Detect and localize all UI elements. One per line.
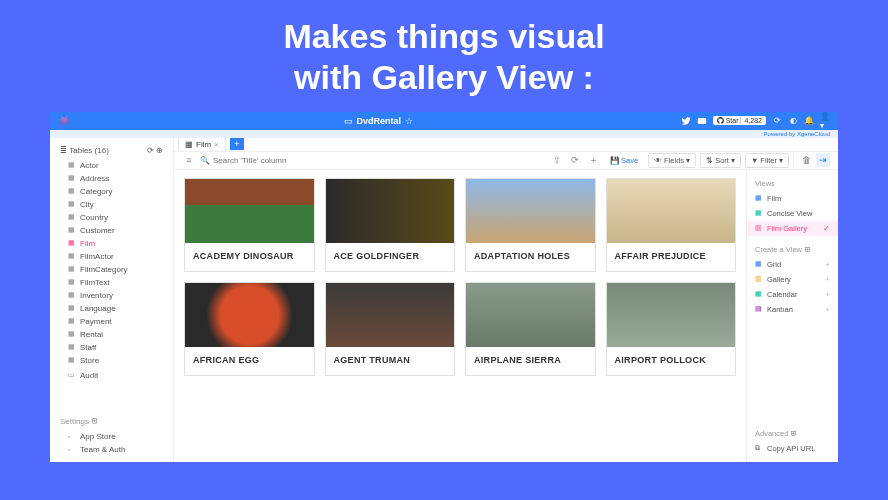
search-box[interactable]: 🔍 — [200, 156, 323, 165]
create-view-item[interactable]: ▦Calendar+ — [747, 287, 838, 302]
project-title: ▭ DvdRental ☆ — [76, 116, 681, 126]
table-icon: ▦ — [68, 317, 76, 325]
table-icon: ▦ — [68, 278, 76, 286]
table-icon: ▦ — [68, 187, 76, 195]
plus-icon[interactable]: + — [825, 290, 830, 299]
sidebar-item-country[interactable]: ▦Country — [50, 211, 173, 224]
card-image — [326, 283, 455, 347]
sidebar-item-filmactor[interactable]: ▦FilmActor — [50, 250, 173, 263]
plus-icon[interactable]: + — [825, 260, 830, 269]
table-icon: ▦ — [68, 174, 76, 182]
user-icon[interactable]: 👤▾ — [820, 116, 830, 126]
app-logo-icon[interactable]: 👾 — [58, 115, 70, 126]
sidebar-item-language[interactable]: ▦Language — [50, 302, 173, 315]
gallery-card[interactable]: ACADEMY DINOSAUR — [184, 178, 315, 272]
gallery-card[interactable]: AFRICAN EGG — [184, 282, 315, 376]
filter-button[interactable]: ▼ Filter ▾ — [745, 153, 789, 168]
sidebar-item-filmtext[interactable]: ▦FilmText — [50, 276, 173, 289]
gallery-card[interactable]: AFFAIR PREJUDICE — [606, 178, 737, 272]
tab-film[interactable]: ▦ Film × — [178, 138, 226, 152]
create-view-item[interactable]: ▦Grid+ — [747, 257, 838, 272]
search-icon: 🔍 — [200, 156, 210, 165]
table-icon: ▦ — [68, 161, 76, 169]
close-icon[interactable]: × — [214, 140, 219, 149]
fields-button[interactable]: 👁 Fields ▾ — [648, 153, 696, 168]
sidebar-item-city[interactable]: ▦City — [50, 198, 173, 211]
left-sidebar: ≣ Tables (16) ⟳ ⊕ ▦Actor▦Address▦Categor… — [50, 138, 174, 462]
plus-icon[interactable]: + — [825, 275, 830, 284]
create-view-item[interactable]: ▤Kanban+ — [747, 302, 838, 317]
app-window: 👾 ▭ DvdRental ☆ Star 4,282 ⟳ ◐ 🔔 👤▾ Powe… — [50, 112, 838, 462]
view-type-icon: ▦ — [755, 260, 763, 268]
sidebar-item-staff[interactable]: ▦Staff — [50, 341, 173, 354]
card-title: AIRPORT POLLOCK — [607, 347, 736, 375]
menu-icon[interactable]: ≡ — [182, 153, 196, 167]
discord-icon[interactable] — [697, 116, 707, 126]
bell-icon[interactable]: 🔔 — [804, 116, 814, 126]
sidebar-item-film[interactable]: ▦Film — [50, 237, 173, 250]
table-icon: ▦ — [68, 239, 76, 247]
gallery-card[interactable]: ACE GOLDFINGER — [325, 178, 456, 272]
card-title: ADAPTATION HOLES — [466, 243, 595, 271]
card-title: ACE GOLDFINGER — [326, 243, 455, 271]
sidebar-item-store[interactable]: ▦Store — [50, 354, 173, 367]
view-icon: ▦ — [755, 194, 763, 202]
sidebar-item-filmcategory[interactable]: ▦FilmCategory — [50, 263, 173, 276]
view-item[interactable]: ▦Film — [747, 191, 838, 206]
table-icon: ▦ — [68, 265, 76, 273]
settings-item[interactable]: ▫App Store — [50, 430, 173, 443]
delete-icon[interactable]: 🗑 — [799, 153, 813, 167]
view-icon: ▦ — [755, 209, 763, 217]
github-star-badge[interactable]: Star 4,282 — [713, 116, 766, 125]
gallery-card[interactable]: ADAPTATION HOLES — [465, 178, 596, 272]
card-image — [185, 283, 314, 347]
star-icon[interactable]: ☆ — [405, 116, 413, 126]
view-item[interactable]: ▥Film Gallery✓ — [747, 221, 838, 236]
sidebar-item-category[interactable]: ▦Category — [50, 185, 173, 198]
sidebar-item-actor[interactable]: ▦Actor — [50, 159, 173, 172]
view-type-icon: ▥ — [755, 275, 763, 283]
check-icon: ✓ — [823, 224, 830, 233]
copy-icon: ⧉ — [755, 444, 763, 452]
plus-icon[interactable]: + — [825, 305, 830, 314]
tab-bar: ▦ Film × + — [174, 138, 838, 152]
audit-icon: ▭ — [68, 371, 76, 379]
sidebar-item-customer[interactable]: ▦Customer — [50, 224, 173, 237]
share-icon[interactable]: ⇪ — [550, 153, 564, 167]
view-item[interactable]: ▦Concise View — [747, 206, 838, 221]
collapse-icon[interactable]: ⇥ — [816, 153, 830, 167]
search-input[interactable] — [213, 156, 323, 165]
table-icon: ▦ — [68, 330, 76, 338]
sync-icon[interactable]: ⟳ — [147, 146, 154, 155]
views-header: Views — [747, 176, 838, 191]
gallery-grid: ACADEMY DINOSAURACE GOLDFINGERADAPTATION… — [174, 170, 746, 462]
add-row-icon[interactable]: ＋ — [586, 153, 600, 167]
table-icon: ▦ — [68, 356, 76, 364]
create-view-item[interactable]: ▥Gallery+ — [747, 272, 838, 287]
card-title: AFFAIR PREJUDICE — [607, 243, 736, 271]
advanced-item[interactable]: ⧉Copy API URL — [747, 441, 838, 456]
audit-item[interactable]: ▭ Audit — [50, 369, 173, 382]
card-image — [607, 283, 736, 347]
card-title: ACADEMY DINOSAUR — [185, 243, 314, 271]
sidebar-item-address[interactable]: ▦Address — [50, 172, 173, 185]
add-table-icon[interactable]: ⊕ — [156, 146, 163, 155]
save-button[interactable]: 💾 Save — [604, 153, 644, 168]
refresh-icon[interactable]: ⟳ — [772, 116, 782, 126]
settings-item[interactable]: ▫Team & Auth — [50, 443, 173, 456]
sidebar-item-rental[interactable]: ▦Rental — [50, 328, 173, 341]
sidebar-item-inventory[interactable]: ▦Inventory — [50, 289, 173, 302]
table-icon: ▦ — [68, 213, 76, 221]
reload-icon[interactable]: ⟳ — [568, 153, 582, 167]
gallery-card[interactable]: AGENT TRUMAN — [325, 282, 456, 376]
table-icon: ▦ — [68, 252, 76, 260]
view-type-icon: ▦ — [755, 290, 763, 298]
add-tab-button[interactable]: + — [230, 138, 244, 150]
sidebar-item-payment[interactable]: ▦Payment — [50, 315, 173, 328]
advanced-header: Advanced ⛨ — [747, 426, 838, 441]
gallery-card[interactable]: AIRPORT POLLOCK — [606, 282, 737, 376]
theme-icon[interactable]: ◐ — [788, 116, 798, 126]
twitter-icon[interactable] — [681, 116, 691, 126]
sort-button[interactable]: ⇅ Sort ▾ — [700, 153, 741, 168]
gallery-card[interactable]: AIRPLANE SIERRA — [465, 282, 596, 376]
